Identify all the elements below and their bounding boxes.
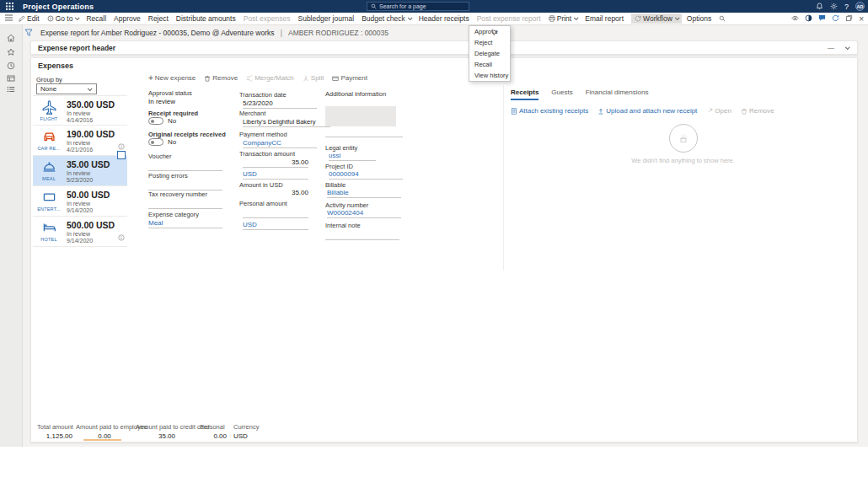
- amount-in-usd-value: 35.00: [243, 188, 308, 198]
- menu-item-delegate[interactable]: Delegate: [469, 48, 510, 59]
- personal-currency-value[interactable]: USD: [243, 220, 308, 230]
- voucher-value[interactable]: [148, 161, 222, 171]
- posting-errors-value: [148, 180, 222, 190]
- refresh-icon[interactable]: [832, 14, 839, 24]
- additional-information-input[interactable]: [325, 106, 396, 126]
- filter-funnel-icon[interactable]: [24, 25, 33, 40]
- expense-row-entertainment[interactable]: ENTERT... 50.00 USD In review 9/14/2020: [33, 186, 127, 217]
- cmd-reject[interactable]: Reject: [148, 14, 169, 23]
- merchant-label: Merchant: [239, 110, 265, 117]
- cmd-go-to[interactable]: Go to: [47, 14, 79, 23]
- close-icon[interactable]: ×: [859, 15, 864, 24]
- cmd-email-report[interactable]: Email report: [585, 14, 624, 23]
- expense-category-value[interactable]: Meal: [148, 218, 222, 228]
- cmd-workflow[interactable]: Workflow: [631, 13, 682, 24]
- cmd-print[interactable]: Print: [549, 14, 577, 23]
- paid-to-employee-label: Amount paid to employee: [76, 423, 133, 431]
- cmd-header-receipts[interactable]: Header receipts: [419, 14, 469, 23]
- original-receipts-label: Original receipts received: [148, 131, 226, 138]
- hide-pane-eye-icon[interactable]: [791, 14, 799, 24]
- tax-recovery-number-value[interactable]: [148, 199, 222, 209]
- chevron-down-icon[interactable]: [845, 45, 850, 50]
- help-icon[interactable]: ?: [844, 3, 849, 11]
- internal-note-value[interactable]: [325, 230, 399, 240]
- totals-bar: Total amount 1,125.00 Amount paid to emp…: [31, 423, 857, 441]
- chevron-down-icon: [88, 86, 93, 91]
- main-content: Expense report for Amber Rodriguez - 000…: [23, 25, 868, 447]
- app-title: Project Operations: [23, 3, 94, 11]
- command-search-icon[interactable]: [719, 15, 726, 22]
- payment-method-label: Payment method: [239, 131, 287, 138]
- cmd-budget-check[interactable]: Budget check: [362, 14, 411, 23]
- paid-to-credit-card-value: 35.00: [136, 432, 198, 440]
- personal-amount-label: Personal amount: [239, 200, 287, 207]
- cmd-subledger-journal[interactable]: Subledger journal: [297, 14, 354, 23]
- go-to-icon: [47, 15, 54, 22]
- group-by-select[interactable]: None: [36, 83, 97, 94]
- activity-number-value[interactable]: W00002404: [327, 208, 401, 218]
- cmd-distribute-amounts[interactable]: Distribute amounts: [176, 14, 236, 23]
- upload-receipt-button[interactable]: Upload and attach new receipt: [597, 107, 697, 115]
- tab-financial-dimensions[interactable]: Financial dimensions: [586, 88, 649, 100]
- home-icon[interactable]: [7, 30, 15, 46]
- project-id-value[interactable]: 00000094: [329, 169, 403, 180]
- approval-status-value: In review: [148, 97, 222, 107]
- expense-report-header-section[interactable]: Expense report header —: [30, 40, 858, 55]
- contrast-icon[interactable]: [805, 14, 812, 24]
- internal-note-label: Internal note: [325, 222, 361, 229]
- menu-item-view-history[interactable]: View history: [469, 70, 510, 81]
- amount: 190.00 USD: [67, 129, 115, 139]
- waffle-icon[interactable]: [3, 0, 16, 13]
- feedback-chat-icon[interactable]: [818, 14, 826, 24]
- expense-row-hotel[interactable]: HOTEL 500.00 USD In review 9/14/2020: [33, 217, 127, 247]
- settings-gear-icon[interactable]: [830, 3, 838, 10]
- empty-box-icon: [669, 124, 698, 153]
- new-expense-button[interactable]: +New expense: [148, 74, 196, 82]
- breadcrumb-separator: |: [281, 29, 282, 37]
- attach-existing-receipts-button[interactable]: Attach existing receipts: [511, 107, 588, 115]
- hamburger-menu-icon[interactable]: [5, 14, 13, 23]
- tab-receipts[interactable]: Receipts: [511, 88, 538, 100]
- remove-line-button[interactable]: Remove: [204, 74, 238, 82]
- additional-information-value[interactable]: [325, 127, 403, 137]
- toggle-off-icon[interactable]: [148, 117, 163, 125]
- cmd-approve[interactable]: Approve: [114, 14, 141, 23]
- tab-guests[interactable]: Guests: [551, 88, 572, 100]
- billable-value[interactable]: Billable: [327, 188, 401, 198]
- modules-list-icon[interactable]: [7, 82, 15, 97]
- menu-item-approve[interactable]: Approve: [469, 26, 510, 37]
- collapse-dash-icon[interactable]: —: [828, 44, 834, 51]
- receipt-required-toggle[interactable]: No: [148, 117, 176, 125]
- merge-icon: [246, 75, 253, 82]
- merchant-value[interactable]: Liberty's Delightful Bakery: [243, 117, 330, 127]
- legal-entity-value[interactable]: ussi: [329, 151, 376, 161]
- toggle-off-icon[interactable]: [148, 138, 163, 146]
- menu-item-recall[interactable]: Recall: [469, 59, 510, 70]
- personal-amount-value[interactable]: [243, 208, 308, 218]
- payment-method-value[interactable]: CompanyCC: [243, 138, 317, 148]
- cmd-edit[interactable]: Edit: [19, 14, 40, 23]
- info-icon[interactable]: [118, 229, 125, 244]
- expense-row-meal-selected[interactable]: MEAL 35.00 USD In review 5/23/2020: [33, 156, 127, 186]
- expense-row-car-rental[interactable]: CAR RE... 190.00 USD In review 4/21/2016: [33, 126, 127, 156]
- transaction-date-value[interactable]: 5/23/2020: [243, 99, 317, 109]
- paid-to-credit-card-group: Amount paid to credit card 35.00: [136, 423, 198, 440]
- page-search-input[interactable]: Search for a page: [367, 2, 469, 11]
- tax-recovery-number-label: Tax recovery number: [148, 190, 207, 198]
- user-avatar[interactable]: AD: [855, 2, 865, 11]
- row-checkbox[interactable]: [117, 151, 126, 159]
- cmd-recall[interactable]: Recall: [86, 14, 106, 23]
- expense-row-flight[interactable]: FLIGHT 350.00 USD In review 4/14/2016: [33, 95, 127, 126]
- menu-item-reject[interactable]: Reject: [469, 37, 510, 48]
- breadcrumb: Expense report for Amber Rodriguez - 000…: [23, 27, 388, 39]
- payment-button[interactable]: Payment: [332, 74, 367, 82]
- page-search-placeholder: Search for a page: [379, 3, 426, 9]
- maximize-icon[interactable]: [845, 14, 853, 24]
- notifications-bell-icon[interactable]: [816, 3, 823, 10]
- cmd-post-expenses: Post expenses: [244, 14, 291, 23]
- expenses-title: Expenses: [38, 62, 73, 70]
- cmd-options[interactable]: Options: [687, 14, 711, 23]
- transaction-currency-value[interactable]: USD: [243, 169, 308, 180]
- transaction-amount-value[interactable]: 35.00: [243, 158, 308, 168]
- original-receipts-toggle[interactable]: No: [148, 138, 176, 146]
